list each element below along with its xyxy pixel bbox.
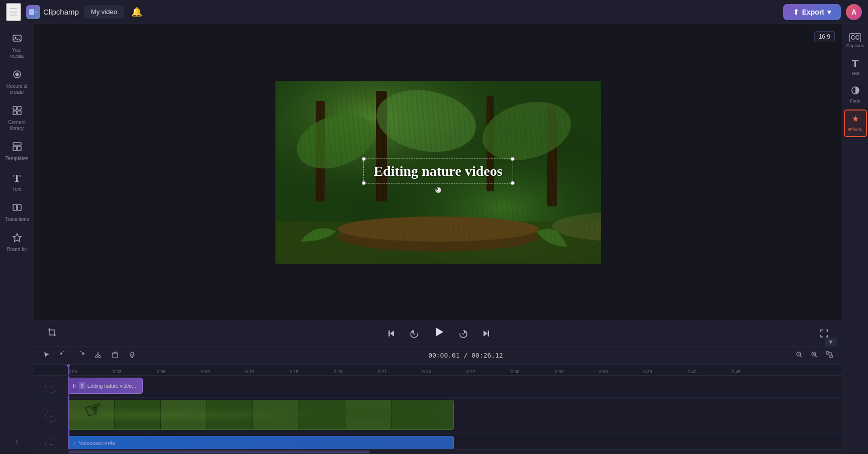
- ruler-6: 0:06: [157, 369, 201, 374]
- video-clip[interactable]: [68, 400, 454, 430]
- sidebar-label-text: Text: [12, 186, 21, 192]
- sidebar-item-brand-kit[interactable]: Brand kit: [3, 229, 32, 257]
- ruler-42: 0:42: [688, 369, 732, 374]
- timeline-collapse-button[interactable]: ▼: [825, 337, 837, 347]
- text-overlay-content: Editing nature videos: [373, 163, 502, 179]
- right-sidebar-item-text[interactable]: T Text: [844, 54, 867, 80]
- cut-tool-button[interactable]: [91, 349, 105, 362]
- sidebar-item-transitions[interactable]: Transitions: [3, 198, 32, 226]
- svg-rect-0: [29, 9, 34, 15]
- timeline-expand-button[interactable]: [823, 349, 836, 362]
- avatar-button[interactable]: A: [846, 4, 862, 20]
- svg-rect-6: [13, 106, 17, 110]
- timeline-toolbar: 00:00.01 / 00:26.12: [34, 347, 842, 365]
- video-track-add-button[interactable]: +: [45, 410, 57, 422]
- svg-rect-55: [300, 400, 345, 429]
- effects-icon: [851, 115, 860, 126]
- timeline-zoom-group: [793, 349, 836, 362]
- rewind-5s-button[interactable]: 5: [406, 325, 422, 342]
- zoom-out-button[interactable]: [793, 349, 806, 362]
- right-sidebar-item-captions[interactable]: CC Captions: [844, 29, 867, 52]
- fade-label: Fade: [850, 98, 860, 103]
- hamburger-button[interactable]: ☰: [6, 3, 21, 21]
- svg-point-27: [338, 221, 539, 252]
- chevron-down-icon: ▾: [827, 8, 831, 16]
- sidebar-item-your-media[interactable]: Your media: [3, 29, 32, 63]
- sidebar-label-record-create: Record &create: [7, 83, 28, 95]
- svg-rect-26: [275, 221, 601, 264]
- skip-start-button[interactable]: [384, 326, 399, 341]
- crop-button[interactable]: [44, 324, 60, 343]
- sidebar-label-your-media: Your media: [5, 47, 30, 59]
- transitions-icon: [12, 202, 22, 215]
- svg-marker-1: [35, 11, 37, 13]
- video-preview-area: 16:9: [34, 24, 842, 320]
- svg-rect-31: [389, 330, 390, 336]
- text-clip[interactable]: ⏸ T Editing nature video...: [68, 378, 143, 394]
- export-button[interactable]: ⬆ Export ▾: [783, 4, 841, 20]
- notification-icon: 🔔: [131, 7, 142, 17]
- audio-track-label: +: [34, 434, 68, 449]
- svg-rect-13: [13, 204, 17, 210]
- delete-button[interactable]: [109, 349, 122, 362]
- undo-button[interactable]: [57, 349, 70, 362]
- rotate-handle[interactable]: ↻: [435, 187, 441, 193]
- sidebar-label-brand-kit: Brand kit: [7, 247, 27, 253]
- svg-marker-30: [390, 330, 394, 336]
- sidebar-item-templates[interactable]: Templates: [3, 138, 32, 166]
- play-button[interactable]: [429, 322, 448, 345]
- svg-rect-53: [207, 400, 252, 429]
- handle-bottom-left[interactable]: [361, 181, 365, 185]
- svg-rect-56: [346, 400, 391, 429]
- audio-clip-label: Voiceover.m4a: [79, 440, 115, 446]
- sidebar-item-record-create[interactable]: Record &create: [3, 65, 32, 99]
- ruler-12: 0:12: [245, 369, 290, 374]
- handle-top-left[interactable]: [361, 157, 365, 161]
- ruler-27: 0:27: [466, 369, 511, 374]
- sidebar-item-text[interactable]: T Text: [3, 168, 32, 196]
- svg-text:5: 5: [413, 332, 415, 335]
- ruler-39: 0:39: [643, 369, 688, 374]
- timeline-tracks: + ⏸ T Editing nature video... +: [34, 376, 842, 449]
- svg-rect-48: [830, 355, 832, 358]
- text-track-row: + ⏸ T Editing nature video...: [34, 376, 842, 398]
- clip-pause-icon: ⏸: [72, 383, 77, 389]
- svg-rect-54: [253, 400, 299, 429]
- zoom-in-button[interactable]: [808, 349, 821, 362]
- top-bar-left: ☰ Clipchamp My video 🔔: [6, 3, 777, 21]
- playback-center: 5 5: [384, 322, 494, 345]
- svg-point-29: [552, 211, 601, 242]
- text-track-add-button[interactable]: +: [45, 381, 57, 393]
- video-clip-thumbnail: [69, 400, 453, 429]
- record-audio-button[interactable]: [126, 349, 139, 362]
- svg-point-42: [99, 356, 101, 358]
- timeline-scrollbar[interactable]: [34, 449, 842, 454]
- sidebar-expand-button[interactable]: ›: [13, 434, 21, 449]
- your-media-icon: [12, 33, 22, 46]
- notification-button[interactable]: 🔔: [129, 5, 144, 20]
- sidebar-item-content-library[interactable]: Contentlibrary: [3, 101, 32, 136]
- svg-point-28: [338, 216, 539, 242]
- select-tool-button[interactable]: [40, 349, 53, 362]
- svg-rect-43: [113, 353, 118, 358]
- timeline-scrollbar-thumb[interactable]: [68, 450, 370, 453]
- svg-marker-34: [436, 327, 443, 336]
- audio-track-content: ♪ Voiceover.m4a: [68, 434, 842, 449]
- svg-rect-12: [18, 146, 21, 151]
- svg-rect-11: [13, 146, 17, 151]
- redo-button[interactable]: [74, 349, 87, 362]
- ruler-33: 0:33: [555, 369, 599, 374]
- audio-track-add-button[interactable]: +: [45, 438, 57, 449]
- right-sidebar-item-fade[interactable]: Fade: [844, 82, 867, 107]
- audio-clip[interactable]: ♪ Voiceover.m4a: [68, 436, 454, 449]
- project-name-button[interactable]: My video: [84, 5, 124, 19]
- forward-5s-button[interactable]: 5: [455, 325, 471, 342]
- skip-end-button[interactable]: [478, 326, 494, 341]
- ruler-24: 0:24: [422, 369, 466, 374]
- right-sidebar-item-effects[interactable]: Effects: [844, 109, 867, 137]
- sidebar-label-templates: Templates: [6, 156, 29, 162]
- svg-rect-47: [826, 352, 829, 354]
- svg-point-24: [371, 82, 481, 159]
- svg-rect-22: [547, 106, 557, 206]
- text-overlay-box[interactable]: Editing nature videos ↻: [363, 158, 513, 183]
